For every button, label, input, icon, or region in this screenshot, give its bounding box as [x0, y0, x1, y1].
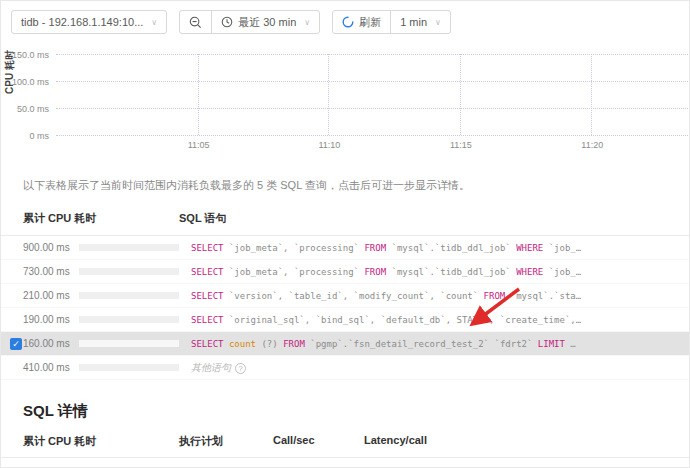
- x-tick: 11:10: [318, 140, 340, 150]
- row-cpu-time: 730.00 ms: [23, 266, 69, 277]
- toolbar: tidb - 192.168.1.149:10... ∨ 最近 30 min ∨: [1, 1, 689, 34]
- x-tick: 11:20: [581, 140, 603, 150]
- row-cpu-time: 210.00 ms: [23, 290, 69, 301]
- row-sql-statement: 其他语句?: [191, 361, 246, 375]
- cpu-bar-track: [79, 292, 179, 299]
- row-sql-statement: SELECT count (?) FROM `pgmp`.`fsn_detail…: [191, 339, 576, 349]
- gridline: 11:15: [460, 54, 461, 135]
- gridline: 11:05: [198, 54, 199, 135]
- row-sql-statement: SELECT `version`, `table_id`, `modify_co…: [191, 291, 581, 301]
- column-header-cpu: 累计 CPU 耗时: [23, 211, 179, 226]
- column-header-sql: SQL 语句: [179, 211, 226, 226]
- time-range-select[interactable]: 最近 30 min ∨: [212, 11, 319, 33]
- table-row[interactable]: ✓ 210.00 ms SELECT `version`, `table_id`…: [1, 284, 689, 308]
- cpu-bar-track: [79, 364, 179, 371]
- column-header-plan: 执行计划: [179, 434, 273, 449]
- row-sql-statement: SELECT `original_sql`, `bind_sql`, `defa…: [191, 315, 581, 325]
- top-sql-table-header: 累计 CPU 耗时 SQL 语句: [1, 205, 689, 236]
- row-sql-statement: SELECT `job_meta`, `processing` FROM `my…: [191, 243, 581, 253]
- table-row[interactable]: ✓ 900.00 ms SELECT `job_meta`, `processi…: [1, 236, 689, 260]
- gridline: 100.0 ms: [56, 81, 688, 82]
- column-header-callsec: Call/sec: [273, 434, 364, 449]
- refresh-group: 刷新 1 min ∨: [332, 10, 451, 34]
- table-row[interactable]: ✓ 160.00 ms SELECT count (?) FROM `pgmp`…: [1, 332, 689, 356]
- cpu-bar-track: [79, 316, 179, 323]
- column-header-cpu: 累计 CPU 耗时: [23, 434, 179, 449]
- gridline: 11:10: [328, 54, 329, 135]
- time-range-value: 最近 30 min: [238, 15, 296, 30]
- sql-details-title: SQL 详情: [23, 402, 689, 421]
- x-tick: 11:05: [188, 140, 210, 150]
- gridline: 11:20: [591, 54, 592, 135]
- cpu-bar-track: [79, 244, 179, 251]
- time-range-group: 最近 30 min ∨: [179, 10, 320, 34]
- x-tick: 11:15: [450, 140, 472, 150]
- zoom-out-icon: [189, 16, 202, 29]
- row-cpu-time: 900.00 ms: [23, 242, 69, 253]
- row-cpu-time: 190.00 ms: [23, 314, 69, 325]
- gridline: 50.0 ms: [56, 108, 688, 109]
- y-tick: 0 ms: [29, 131, 49, 141]
- zoom-out-button[interactable]: [180, 11, 211, 33]
- instance-select[interactable]: tidb - 192.168.1.149:10... ∨: [11, 10, 167, 34]
- topsql-page: tidb - 192.168.1.149:10... ∨ 最近 30 min ∨: [0, 0, 690, 468]
- cpu-bar-track: [79, 268, 179, 275]
- row-cpu-time: 160.00 ms: [23, 338, 69, 349]
- table-row[interactable]: ✓ 410.00 ms 其他语句?: [1, 356, 689, 380]
- row-sql-statement: SELECT `job_meta`, `processing` FROM `my…: [191, 267, 581, 277]
- refresh-label: 刷新: [359, 15, 381, 30]
- y-tick: 50.0 ms: [17, 104, 49, 114]
- refresh-button[interactable]: 刷新: [333, 11, 390, 33]
- details-table-header: 累计 CPU 耗时 执行计划 Call/sec Latency/call: [1, 421, 689, 458]
- gridline: 150.0 ms: [56, 54, 688, 55]
- cpu-time-chart[interactable]: CPU 耗时 150.0 ms 100.0 ms 50.0 ms 0 ms 11…: [1, 44, 689, 162]
- top-sql-table: 累计 CPU 耗时 SQL 语句 ✓ 900.00 ms SELECT `job…: [1, 205, 689, 380]
- gridline: 0 ms: [56, 135, 688, 136]
- refresh-interval-value: 1 min: [400, 16, 427, 28]
- instance-select-value: tidb - 192.168.1.149:10...: [21, 16, 143, 28]
- cpu-bar-track: [79, 340, 179, 347]
- column-header-latency: Latency/call: [364, 434, 689, 449]
- chevron-down-icon: ∨: [435, 18, 441, 27]
- table-row[interactable]: ✓ 730.00 ms SELECT `job_meta`, `processi…: [1, 260, 689, 284]
- y-tick: 150.0 ms: [12, 50, 49, 60]
- top-sql-rows: ✓ 900.00 ms SELECT `job_meta`, `processi…: [1, 236, 689, 380]
- chevron-down-icon: ∨: [151, 18, 157, 27]
- clock-icon: [221, 16, 233, 28]
- refresh-interval-select[interactable]: 1 min ∨: [391, 11, 450, 33]
- refresh-spinner-icon: [342, 16, 354, 28]
- chart-plot-area: 150.0 ms 100.0 ms 50.0 ms 0 ms 11:05 11:…: [56, 54, 688, 135]
- y-tick: 100.0 ms: [12, 77, 49, 87]
- table-row[interactable]: ✓ 190.00 ms SELECT `original_sql`, `bind…: [1, 308, 689, 332]
- details-table-row[interactable]: 160.00 ms 19b66f80 0 51.1 s: [1, 458, 689, 468]
- row-checkbox[interactable]: ✓: [10, 338, 22, 350]
- chevron-down-icon: ∨: [304, 18, 310, 27]
- help-circle-icon: ?: [235, 363, 246, 374]
- row-cpu-time: 410.00 ms: [23, 362, 69, 373]
- table-description: 以下表格展示了当前时间范围内消耗负载最多的 5 类 SQL 查询，点击后可进一步…: [23, 178, 667, 193]
